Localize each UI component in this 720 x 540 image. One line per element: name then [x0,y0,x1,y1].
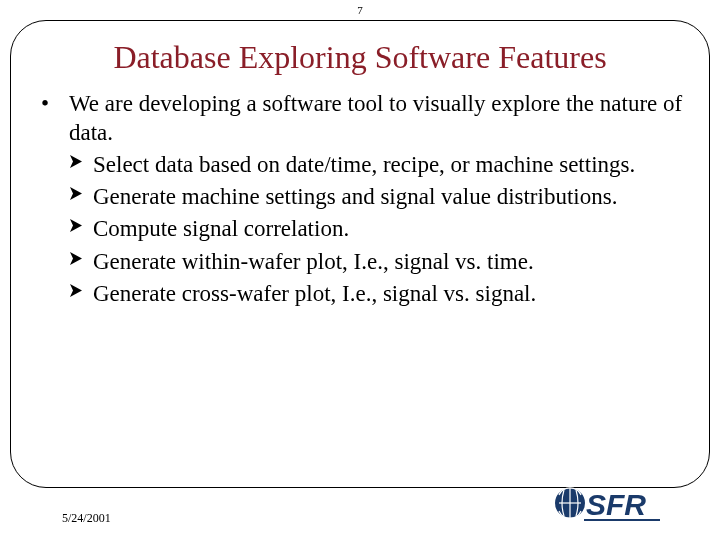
list-item: Generate within-wafer plot, I.e., signal… [69,247,689,277]
arrow-icon [69,218,93,233]
logo-text: SFR [586,488,646,521]
sfr-logo: SFR [554,482,664,524]
content-area: • We are developing a software tool to v… [11,90,709,309]
footer-date: 5/24/2001 [62,511,111,526]
slide-title: Database Exploring Software Features [11,39,709,76]
list-item: Compute signal correlation. [69,214,689,244]
slide-frame: Database Exploring Software Features • W… [10,20,710,488]
bullet-marker: • [41,90,69,119]
list-item-text: Generate within-wafer plot, I.e., signal… [93,247,689,277]
list-item: Select data based on date/time, recipe, … [69,150,689,180]
main-bullet-text: We are developing a software tool to vis… [69,90,689,148]
svg-marker-4 [70,284,82,297]
arrow-icon [69,283,93,298]
arrow-icon [69,186,93,201]
svg-marker-0 [70,155,82,168]
list-item: Generate machine settings and signal val… [69,182,689,212]
list-item-text: Select data based on date/time, recipe, … [93,150,689,180]
main-bullet: • We are developing a software tool to v… [41,90,689,148]
list-item-text: Generate cross-wafer plot, I.e., signal … [93,279,689,309]
sub-list: Select data based on date/time, recipe, … [69,150,689,310]
arrow-icon [69,251,93,266]
list-item-text: Generate machine settings and signal val… [93,182,689,212]
svg-marker-1 [70,187,82,200]
svg-marker-2 [70,219,82,232]
list-item: Generate cross-wafer plot, I.e., signal … [69,279,689,309]
list-item-text: Compute signal correlation. [93,214,689,244]
page-number: 7 [0,4,720,16]
arrow-icon [69,154,93,169]
svg-marker-3 [70,252,82,265]
